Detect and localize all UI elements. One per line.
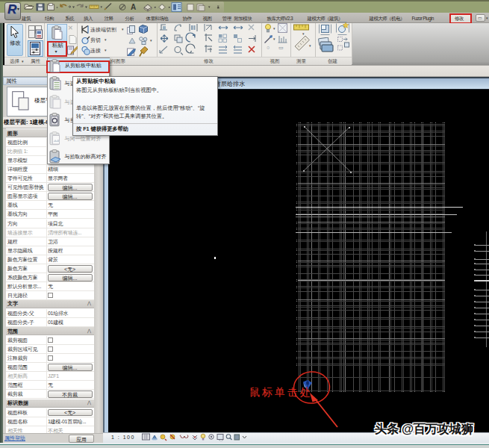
- svg-text:A: A: [131, 3, 136, 11]
